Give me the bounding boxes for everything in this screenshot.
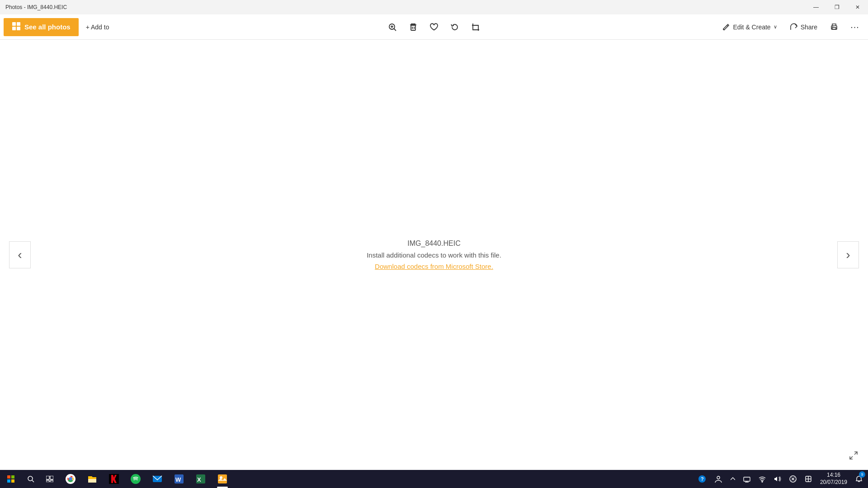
download-codecs-link[interactable]: Download codecs from Microsoft Store. (375, 263, 493, 270)
expand-notification-area[interactable] (727, 470, 739, 488)
svg-rect-22 (7, 479, 10, 483)
share-button[interactable]: Share (784, 18, 823, 36)
notification-badge: 9 (859, 471, 865, 478)
title-bar: Photos - IMG_8440.HEIC — ❐ ✕ (0, 0, 868, 14)
image-error-area: IMG_8440.HEIC Install additional codecs … (367, 239, 501, 270)
taskbar-search-button[interactable] (22, 470, 40, 488)
svg-point-32 (69, 478, 72, 480)
svg-point-24 (28, 476, 33, 481)
taskbar-app-spotify[interactable] (125, 470, 146, 488)
taskbar-time: 14:16 (827, 472, 840, 479)
window-controls: — ❐ ✕ (806, 0, 868, 14)
maximize-button[interactable]: ❐ (826, 0, 847, 14)
svg-text:X: X (197, 476, 201, 483)
security-icon[interactable] (786, 470, 800, 488)
taskbar-app-netflix[interactable] (103, 470, 125, 488)
edit-create-button[interactable]: Edit & Create ∨ (717, 18, 782, 36)
edit-create-label: Edit & Create (733, 23, 770, 31)
taskbar: W X ? (0, 470, 868, 488)
taskbar-app-file-explorer[interactable] (81, 470, 103, 488)
taskbar-app-photos[interactable] (212, 470, 233, 488)
svg-rect-45 (744, 477, 750, 481)
taskbar-apps: W X (60, 470, 233, 488)
task-view-button[interactable] (40, 470, 60, 488)
main-content-area: ‹ IMG_8440.HEIC Install additional codec… (0, 40, 868, 470)
svg-rect-2 (12, 27, 16, 30)
fullscreen-button[interactable] (846, 448, 861, 463)
svg-rect-29 (50, 480, 53, 482)
more-options-button[interactable]: ··· (845, 18, 864, 37)
taskbar-app-chrome[interactable] (60, 470, 81, 488)
network-icon[interactable] (740, 470, 754, 488)
svg-rect-20 (7, 475, 10, 479)
right-arrow-icon: › (846, 248, 850, 262)
svg-point-41 (220, 476, 222, 479)
previous-image-button[interactable]: ‹ (9, 241, 31, 268)
add-to-button[interactable]: + Add to (79, 18, 117, 36)
svg-rect-16 (832, 28, 836, 29)
more-icon: ··· (850, 22, 859, 32)
see-all-photos-label: See all photos (24, 23, 71, 31)
taskbar-date: 20/07/2019 (820, 479, 847, 486)
svg-rect-3 (17, 27, 20, 30)
left-arrow-icon: ‹ (18, 248, 22, 262)
svg-point-44 (717, 476, 720, 479)
svg-point-34 (131, 474, 141, 484)
svg-rect-0 (12, 22, 16, 26)
taskbar-app-mail[interactable] (146, 470, 168, 488)
taskbar-clock[interactable]: 14:16 20/07/2019 (816, 470, 851, 488)
svg-rect-8 (411, 25, 415, 30)
svg-line-18 (854, 452, 857, 455)
system-tray-icon[interactable] (801, 470, 816, 488)
svg-line-19 (850, 456, 853, 459)
start-button[interactable] (0, 470, 22, 488)
zoom-button[interactable] (383, 18, 402, 37)
share-label: Share (801, 23, 817, 31)
rotate-button[interactable] (445, 18, 464, 37)
help-icon-button[interactable]: ? (694, 470, 710, 488)
image-filename: IMG_8440.HEIC (407, 239, 460, 248)
svg-rect-1 (17, 22, 20, 26)
svg-text:?: ? (701, 476, 704, 482)
toolbar-right: Edit & Create ∨ Share ··· (717, 18, 864, 37)
svg-rect-26 (46, 476, 49, 479)
codec-message: Install additional codecs to work with t… (367, 251, 501, 259)
svg-text:W: W (175, 476, 181, 483)
svg-rect-21 (11, 475, 14, 479)
svg-rect-27 (50, 476, 53, 479)
notification-center-button[interactable]: 9 (852, 470, 866, 488)
taskbar-right-area: ? (694, 470, 868, 488)
svg-line-5 (394, 28, 396, 31)
window-title: Photos - IMG_8440.HEIC (5, 4, 806, 10)
svg-rect-28 (46, 480, 49, 482)
taskbar-app-excel[interactable]: X (190, 470, 212, 488)
next-image-button[interactable]: › (837, 241, 859, 268)
svg-point-48 (762, 481, 763, 482)
taskbar-app-word[interactable]: W (168, 470, 190, 488)
crop-button[interactable] (466, 18, 485, 37)
print-button[interactable] (825, 18, 844, 37)
svg-line-11 (727, 25, 728, 26)
toolbar-center-icons (383, 18, 485, 37)
photos-icon (12, 22, 21, 32)
volume-icon[interactable] (770, 470, 785, 488)
delete-button[interactable] (404, 18, 423, 37)
toolbar: See all photos + Add to (0, 14, 868, 40)
svg-rect-23 (11, 479, 14, 483)
close-button[interactable]: ✕ (847, 0, 868, 14)
svg-rect-40 (218, 474, 227, 483)
wifi-icon[interactable] (755, 470, 769, 488)
see-all-photos-button[interactable]: See all photos (4, 18, 79, 36)
people-icon-button[interactable] (711, 470, 726, 488)
svg-line-25 (32, 480, 34, 482)
minimize-button[interactable]: — (806, 0, 826, 14)
favorite-button[interactable] (425, 18, 443, 37)
edit-create-chevron: ∨ (774, 24, 777, 30)
